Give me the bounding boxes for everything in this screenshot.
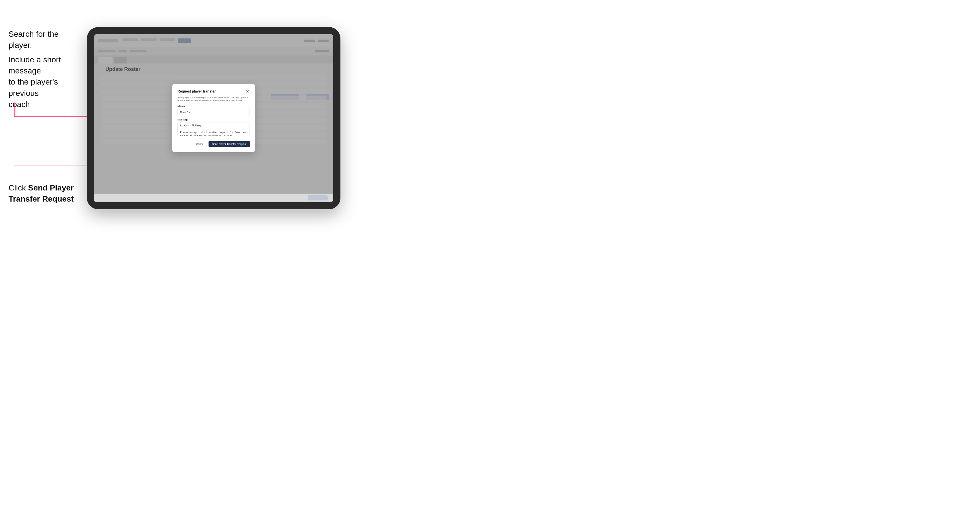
- annotation-message: Include a short messageto the player's p…: [8, 54, 83, 110]
- modal-close-button[interactable]: ✕: [245, 89, 250, 94]
- annotation-search: Search for the player.: [8, 29, 83, 51]
- annotation-click: Click Send PlayerTransfer Request: [8, 182, 74, 205]
- app-footer: [94, 194, 333, 202]
- modal-header: Request player transfer ✕: [178, 89, 250, 94]
- request-transfer-modal: Request player transfer ✕ If the player …: [172, 84, 255, 152]
- tablet-screen: Update Roster Request player transfer ✕: [94, 34, 333, 202]
- send-transfer-button[interactable]: Send Player Transfer Request: [208, 141, 250, 147]
- player-field-label: Player: [178, 105, 250, 108]
- modal-description: If the player is transferring from anoth…: [178, 96, 250, 102]
- modal-title: Request player transfer: [178, 89, 216, 94]
- modal-actions: Cancel Send Player Transfer Request: [178, 141, 250, 147]
- annotation-area: Search for the player. Include a short m…: [0, 0, 83, 527]
- message-textarea[interactable]: Hi Coach McHarg, Please accept this tran…: [178, 122, 250, 137]
- annotation-click-bold: Send PlayerTransfer Request: [8, 183, 74, 203]
- cancel-button[interactable]: Cancel: [194, 141, 206, 147]
- save-roster-button: [308, 195, 328, 200]
- tablet-device: Update Roster Request player transfer ✕: [87, 27, 340, 209]
- message-field-label: Message: [178, 118, 250, 121]
- player-input[interactable]: [178, 109, 250, 115]
